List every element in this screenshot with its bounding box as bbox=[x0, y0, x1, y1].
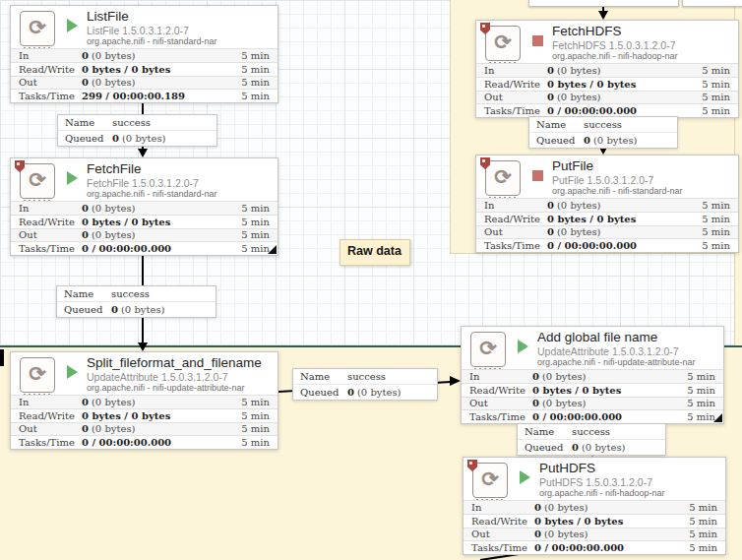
refresh-glyph-icon: ⟳ bbox=[29, 16, 46, 38]
stat-row-in: In0(0 bytes)5 min bbox=[462, 369, 723, 383]
processor-stats: In0(0 bytes)5 min Read/Write0 bytes / 0 … bbox=[464, 500, 725, 554]
run-status-icon bbox=[518, 340, 528, 353]
queue-label-cutoff[interactable] bbox=[528, 0, 679, 7]
connection-edge-arrow bbox=[0, 349, 4, 366]
processor-icon: ⟳ bbox=[20, 163, 55, 199]
processor-icon: ⟳ bbox=[20, 11, 55, 46]
refresh-glyph-icon: ⟳ bbox=[29, 168, 46, 191]
stat-row-out: Out0(0 bytes)5 min bbox=[11, 228, 278, 242]
stat-row-tasks: Tasks/Time299 / 00:00:00.1895 min bbox=[11, 89, 278, 102]
processor-putfile[interactable]: ⟳ PutFile PutFile 1.5.0.3.1.2.0-7 org.ap… bbox=[475, 155, 739, 253]
processor-bundle: org.apache.nifi - nifi-standard-nar bbox=[87, 36, 217, 46]
processor-title: Add global file name bbox=[537, 330, 657, 344]
run-status-icon bbox=[532, 35, 543, 46]
processor-type: ListFile 1.5.0.3.1.2.0-7 bbox=[87, 25, 189, 36]
stat-row-readwrite: Read/Write0 bytes / 0 bytes5 min bbox=[11, 62, 278, 76]
processor-fetchfile[interactable]: ⟳ FetchFile FetchFile 1.5.0.3.1.2.0-7 or… bbox=[10, 157, 278, 256]
connection-name-row: Namesuccess bbox=[529, 117, 677, 132]
run-status-icon bbox=[67, 19, 78, 32]
connection-queued-row: Queued0(0 bytes) bbox=[58, 130, 216, 146]
run-status-icon bbox=[532, 170, 543, 181]
processor-title: FetchFile bbox=[87, 161, 142, 176]
run-status-icon bbox=[67, 171, 78, 185]
stat-row-readwrite: Read/Write0 bytes / 0 bytes5 min bbox=[464, 514, 725, 528]
stat-row-readwrite: Read/Write0 bytes / 0 bytes5 min bbox=[11, 215, 278, 228]
processor-type: UpdateAttribute 1.5.0.3.1.2.0-7 bbox=[87, 371, 228, 383]
connection-name-row: Namesuccess bbox=[58, 115, 216, 130]
processor-icon: ⟳ bbox=[472, 463, 508, 498]
stat-row-in: In0(0 bytes)5 min bbox=[11, 201, 278, 215]
queue-label-fetchhdfs-putfile[interactable]: Namesuccess Queued0(0 bytes) bbox=[528, 116, 678, 149]
stat-row-tasks: Tasks/Time0 / 00:00:00.0005 min bbox=[462, 409, 723, 423]
stat-row-tasks: Tasks/Time0 / 00:00:00.0005 min bbox=[464, 540, 725, 554]
processor-title: FetchHDFS bbox=[552, 24, 622, 38]
queue-label-listfile-fetchfile[interactable]: Namesuccess Queued0(0 bytes) bbox=[57, 114, 217, 147]
processor-title: PutHDFS bbox=[539, 461, 595, 475]
queue-label-split-addglobal[interactable]: Namesuccess Queued0(0 bytes) bbox=[292, 368, 438, 401]
processor-type: FetchFile 1.5.0.3.1.2.0-7 bbox=[87, 177, 199, 189]
connection-queued-row: Queued0(0 bytes) bbox=[518, 439, 665, 455]
queue-label-addglobal-puthdfs[interactable]: Namesuccess Queued0(0 bytes) bbox=[517, 423, 666, 456]
processor-fetchhdfs[interactable]: ⟳ FetchHDFS FetchHDFS 1.5.0.3.1.2.0-7 or… bbox=[475, 20, 739, 118]
processor-stats: In0(0 bytes)5 min Read/Write0 bytes / 0 … bbox=[11, 395, 278, 449]
processor-bundle: org.apache.nifi - nifi-update-attribute-… bbox=[537, 357, 696, 367]
refresh-glyph-icon: ⟳ bbox=[29, 362, 46, 385]
stat-row-out: Out0(0 bytes)5 min bbox=[11, 76, 278, 90]
processor-icon: ⟳ bbox=[20, 357, 55, 393]
stat-row-out: Out0(0 bytes)5 min bbox=[464, 528, 725, 541]
processor-bundle: org.apache.nifi - nifi-standard-nar bbox=[552, 186, 683, 196]
corner-mark bbox=[713, 413, 722, 422]
refresh-glyph-icon: ⟳ bbox=[494, 165, 512, 188]
stat-row-out: Out0(0 bytes)5 min bbox=[462, 397, 723, 410]
processor-stats: In0(0 bytes)5 min Read/Write0 bytes / 0 … bbox=[11, 201, 278, 255]
stat-row-tasks: Tasks/Time0 / 00:00:00.0005 min bbox=[476, 238, 738, 252]
stat-row-readwrite: Read/Write0 bytes / 0 bytes5 min bbox=[11, 408, 278, 422]
processor-stats: In0(0 bytes)5 min Read/Write0 bytes / 0 … bbox=[462, 369, 723, 423]
processor-bundle: org.apache.nifi - nifi-hadoop-nar bbox=[539, 488, 665, 498]
queue-label-fetchfile-split[interactable]: Namesuccess Queued0(0 bytes) bbox=[56, 285, 216, 318]
stat-row-in: In0(0 bytes)5 min bbox=[11, 395, 278, 408]
connection-name-row: Namesuccess bbox=[293, 369, 437, 384]
stat-row-readwrite: Read/Write0 bytes / 0 bytes5 min bbox=[476, 212, 738, 225]
processor-split-fileformat[interactable]: ⟳ Split_fileformat_and_filename UpdateAt… bbox=[10, 351, 278, 450]
processor-bundle: org.apache.nifi - nifi-update-attribute-… bbox=[87, 383, 245, 393]
run-status-icon bbox=[67, 365, 78, 379]
processor-type: PutHDFS 1.5.0.3.1.2.0-7 bbox=[539, 476, 652, 488]
processor-stats: In0(0 bytes)5 min Read/Write0 bytes / 0 … bbox=[476, 63, 738, 117]
connection-queued-row: Queued0(0 bytes) bbox=[293, 384, 437, 400]
stat-row-tasks: Tasks/Time0 / 00:00:00.0005 min bbox=[11, 435, 278, 449]
processor-title: PutFile bbox=[552, 158, 593, 173]
processor-icon: ⟳ bbox=[485, 26, 521, 61]
stat-row-tasks: Tasks/Time0 / 00:00:00.0005 min bbox=[11, 241, 278, 255]
stat-row-in: In0(0 bytes)5 min bbox=[11, 48, 278, 62]
refresh-glyph-icon: ⟳ bbox=[479, 337, 497, 359]
refresh-glyph-icon: ⟳ bbox=[481, 467, 499, 490]
stat-row-out: Out0(0 bytes)5 min bbox=[476, 225, 738, 239]
stat-row-in: In0(0 bytes)5 min bbox=[464, 500, 725, 514]
processor-puthdfs[interactable]: ⟳ PutHDFS PutHDFS 1.5.0.3.1.2.0-7 org.ap… bbox=[463, 457, 726, 555]
processor-title: ListFile bbox=[87, 9, 129, 24]
stat-row-tasks: Tasks/Time0 / 00:00:00.0005 min bbox=[476, 103, 738, 117]
nifi-flow-canvas[interactable]: ⟳ ListFile ListFile 1.5.0.3.1.2.0-7 org.… bbox=[0, 0, 742, 560]
stat-row-out: Out0(0 bytes)5 min bbox=[11, 422, 278, 436]
stat-row-readwrite: Read/Write0 bytes / 0 bytes5 min bbox=[462, 383, 723, 397]
processor-type: UpdateAttribute 1.5.0.3.1.2.0-7 bbox=[537, 345, 679, 357]
processor-title: Split_fileformat_and_filename bbox=[87, 355, 262, 370]
stat-row-out: Out0(0 bytes)5 min bbox=[476, 91, 738, 104]
processor-stats: In0(0 bytes)5 min Read/Write0 bytes / 0 … bbox=[11, 48, 278, 102]
processor-listfile[interactable]: ⟳ ListFile ListFile 1.5.0.3.1.2.0-7 org.… bbox=[10, 5, 278, 103]
corner-mark bbox=[268, 245, 277, 254]
queue-label-cutoff[interactable] bbox=[682, 0, 742, 7]
stat-row-in: In0(0 bytes)5 min bbox=[476, 198, 738, 212]
processor-icon: ⟳ bbox=[485, 160, 521, 196]
processor-add-global-file-name[interactable]: ⟳ Add global file name UpdateAttribute 1… bbox=[461, 326, 724, 424]
connection-name-row: Namesuccess bbox=[57, 286, 216, 301]
stat-row-readwrite: Read/Write0 bytes / 0 bytes5 min bbox=[476, 77, 738, 91]
stat-row-in: In0(0 bytes)5 min bbox=[476, 63, 738, 77]
connection-name-row: Namesuccess bbox=[518, 424, 665, 439]
processor-type: PutFile 1.5.0.3.1.2.0-7 bbox=[552, 174, 653, 186]
processor-stats: In0(0 bytes)5 min Read/Write0 bytes / 0 … bbox=[476, 198, 738, 252]
refresh-glyph-icon: ⟳ bbox=[494, 31, 512, 53]
connection-queued-row: Queued0(0 bytes) bbox=[529, 132, 677, 148]
raw-data-label[interactable]: Raw data bbox=[340, 239, 410, 266]
